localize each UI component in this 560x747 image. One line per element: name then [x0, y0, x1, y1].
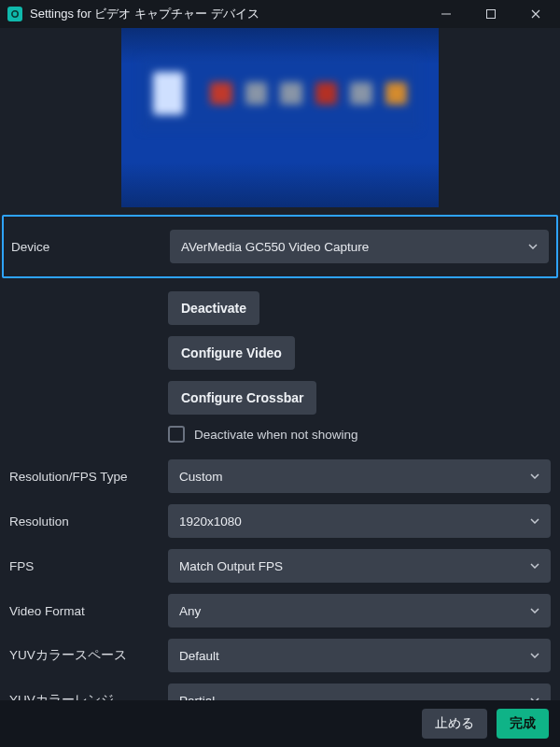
- window-title: Settings for ビデオ キャプチャー デバイス: [30, 6, 259, 22]
- chevron-down-icon: [530, 473, 539, 479]
- yuv-color-space-label: YUVカラースペース: [9, 647, 159, 664]
- video-format-row: Video Format Any: [9, 594, 551, 627]
- resolution-fps-type-label: Resolution/FPS Type: [9, 470, 159, 484]
- titlebar: Settings for ビデオ キャプチャー デバイス: [0, 0, 560, 28]
- preview-area: [0, 28, 560, 207]
- yuv-color-space-row: YUVカラースペース Default: [9, 639, 551, 672]
- svg-rect-2: [487, 10, 496, 19]
- chevron-down-icon: [530, 698, 539, 700]
- cancel-button[interactable]: 止める: [422, 709, 487, 739]
- device-select[interactable]: AVerMedia GC550 Video Capture: [170, 230, 549, 263]
- svg-rect-1: [441, 14, 451, 15]
- chevron-down-icon: [530, 653, 539, 658]
- svg-point-0: [12, 11, 18, 17]
- app-icon: [7, 7, 22, 21]
- resolution-select[interactable]: 1920x1080: [168, 504, 551, 538]
- configure-crossbar-button[interactable]: Configure Crossbar: [168, 381, 316, 415]
- resolution-row: Resolution 1920x1080: [9, 504, 551, 538]
- footer: 止める 完成: [0, 700, 560, 747]
- chevron-down-icon: [530, 563, 539, 569]
- fps-label: FPS: [9, 559, 159, 573]
- chevron-down-icon: [530, 518, 539, 524]
- device-row: Device AVerMedia GC550 Video Capture: [2, 215, 558, 278]
- chevron-down-icon: [530, 608, 539, 613]
- maximize-button[interactable]: [472, 0, 510, 28]
- settings-form: Device AVerMedia GC550 Video Capture Dea…: [0, 207, 560, 700]
- yuv-color-range-select[interactable]: Partial: [168, 684, 551, 700]
- device-select-value: AVerMedia GC550 Video Capture: [181, 240, 369, 254]
- configure-video-button[interactable]: Configure Video: [168, 336, 295, 370]
- fps-row: FPS Match Output FPS: [9, 549, 551, 583]
- device-label: Device: [11, 240, 161, 254]
- deactivate-button[interactable]: Deactivate: [168, 291, 259, 325]
- deactivate-when-not-showing-label: Deactivate when not showing: [194, 428, 358, 442]
- video-preview: [121, 28, 439, 207]
- done-button[interactable]: 完成: [497, 709, 549, 739]
- content-area: Device AVerMedia GC550 Video Capture Dea…: [0, 28, 560, 700]
- video-format-label: Video Format: [9, 604, 159, 618]
- close-button[interactable]: [517, 0, 554, 28]
- chevron-down-icon: [528, 244, 538, 249]
- minimize-button[interactable]: [427, 0, 465, 28]
- video-format-select[interactable]: Any: [168, 594, 551, 627]
- deactivate-when-not-showing-row: Deactivate when not showing: [168, 426, 551, 443]
- fps-select[interactable]: Match Output FPS: [168, 549, 551, 583]
- resolution-label: Resolution: [9, 514, 159, 529]
- resolution-fps-type-row: Resolution/FPS Type Custom: [9, 459, 551, 493]
- deactivate-when-not-showing-checkbox[interactable]: [168, 426, 185, 443]
- yuv-color-space-select[interactable]: Default: [168, 639, 551, 672]
- resolution-fps-type-select[interactable]: Custom: [168, 459, 551, 493]
- yuv-color-range-row: YUVカラーレンジ Partial: [9, 684, 551, 700]
- yuv-color-range-label: YUVカラーレンジ: [9, 692, 159, 700]
